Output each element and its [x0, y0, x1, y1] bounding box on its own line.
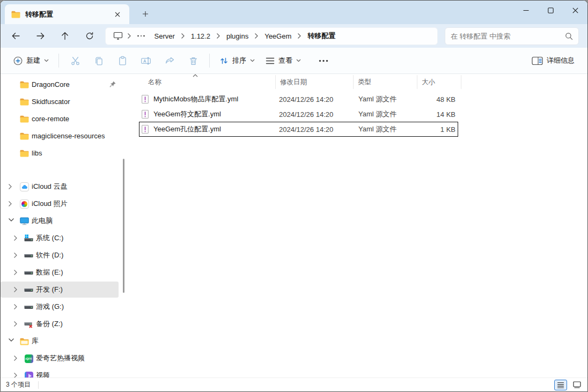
breadcrumb-current[interactable]: 转移配置: [303, 29, 340, 42]
tab-close-icon[interactable]: [111, 8, 124, 21]
sort-arrows-icon: [219, 56, 229, 65]
icloud-photos-icon: [20, 199, 29, 209]
back-button[interactable]: [6, 27, 25, 45]
sidebar-item-label: 此电脑: [32, 216, 53, 226]
new-button-label: 新建: [26, 56, 40, 65]
file-row[interactable]: MythicMobs物品库配置.yml 2024/12/26 14:20 Yam…: [139, 92, 458, 107]
sidebar-item-icloud-photos[interactable]: iCloud 照片: [1, 196, 129, 212]
delete-button[interactable]: [181, 51, 205, 70]
sidebar-item-dragoncore[interactable]: DragonCore: [1, 76, 129, 92]
chevron-down-icon[interactable]: [8, 218, 14, 224]
this-pc-crumb-icon[interactable]: [110, 32, 126, 40]
explorer-tab[interactable]: 转移配置: [5, 4, 129, 24]
sidebar-item-skidfuscator[interactable]: Skidfuscator: [1, 93, 129, 109]
status-divider: [38, 381, 39, 389]
search-input[interactable]: [451, 32, 565, 40]
status-bar: 3 个项目: [1, 378, 587, 391]
sidebar-item-libraries[interactable]: 库: [1, 333, 129, 349]
sidebar-item-label: 备份 (Z:): [36, 319, 63, 329]
sidebar-item-label: 数据 (E:): [36, 268, 63, 277]
maximize-button[interactable]: [538, 1, 563, 20]
chevron-right-icon[interactable]: [13, 269, 20, 276]
column-header-type[interactable]: 类型: [354, 75, 417, 89]
search-box[interactable]: [445, 27, 579, 45]
sidebar-item-label: Skidfuscator: [32, 98, 70, 106]
breadcrumb-yeegem[interactable]: YeeGem: [260, 31, 296, 42]
sidebar-item-label: 库: [32, 336, 39, 346]
sidebar-item-drive-f[interactable]: 开发 (F:): [1, 282, 119, 298]
sidebar-item-drive-e[interactable]: 数据 (E:): [1, 264, 129, 280]
refresh-button[interactable]: [80, 27, 99, 45]
yaml-file-icon: [142, 110, 149, 119]
minimize-button[interactable]: [513, 1, 538, 20]
view-button[interactable]: 查看: [260, 51, 306, 70]
address-bar[interactable]: Server 1.12.2 plugins YeeGem 转移配置: [105, 27, 438, 45]
chevron-right-icon: [215, 33, 222, 39]
iqiyi-icon: iQIYI: [24, 354, 33, 363]
new-tab-button[interactable]: [138, 7, 153, 21]
file-row-selected[interactable]: YeeGem孔位配置.yml 2024/12/26 14:20 Yaml 源文件…: [139, 122, 458, 137]
copy-button[interactable]: [87, 51, 111, 70]
pin-icon[interactable]: [109, 80, 116, 89]
chevron-right-icon[interactable]: [13, 286, 20, 293]
breadcrumb-overflow-icon[interactable]: [133, 35, 150, 37]
details-view-button[interactable]: [554, 380, 567, 390]
chevron-right-icon[interactable]: [13, 321, 20, 327]
forward-button[interactable]: [31, 27, 49, 45]
sidebar-item-drive-d[interactable]: 软件 (D:): [1, 247, 129, 263]
yaml-file-icon: [142, 125, 149, 134]
large-icons-view-button[interactable]: [570, 380, 583, 390]
this-pc-icon: [20, 217, 29, 226]
close-button[interactable]: [563, 1, 587, 20]
details-pane-button[interactable]: 详细信息: [526, 51, 580, 70]
chevron-right-icon: [180, 33, 186, 39]
chevron-right-icon[interactable]: [13, 252, 20, 258]
chevron-right-icon[interactable]: [13, 304, 20, 310]
column-header-name[interactable]: 名称: [129, 75, 276, 89]
cut-button[interactable]: [63, 51, 87, 70]
chevron-right-icon[interactable]: [13, 355, 20, 361]
sidebar-item-libs[interactable]: libs: [1, 145, 129, 161]
disconnected-drive-icon: [24, 320, 33, 329]
breadcrumb-server[interactable]: Server: [150, 31, 180, 42]
chevron-right-icon[interactable]: [8, 201, 14, 207]
sidebar-item-magiclicense-resources[interactable]: magiclicense-resources: [1, 128, 129, 144]
chevron-right-icon[interactable]: [13, 235, 20, 241]
up-button[interactable]: [56, 27, 74, 45]
yaml-file-icon: [142, 95, 149, 103]
sidebar-item-label: iCloud 云盘: [32, 182, 67, 191]
search-icon[interactable]: [565, 32, 573, 40]
sidebar-item-iqiyi-videos[interactable]: iQIYI 爱奇艺热播视频: [1, 350, 129, 366]
sort-button[interactable]: 排序: [214, 51, 260, 70]
chevron-right-icon: [296, 33, 303, 39]
sidebar-item-this-pc[interactable]: 此电脑: [1, 213, 129, 229]
sidebar-scrollbar[interactable]: [123, 159, 124, 293]
paste-button[interactable]: [111, 51, 134, 70]
new-button[interactable]: 新建: [8, 51, 54, 70]
sort-ascending-icon: [193, 74, 198, 79]
breadcrumb-version[interactable]: 1.12.2: [186, 31, 215, 42]
chevron-right-icon[interactable]: [8, 183, 14, 190]
file-size: 14 KB: [414, 110, 459, 119]
breadcrumb-plugins[interactable]: plugins: [222, 31, 253, 42]
chevron-down-icon[interactable]: [8, 338, 14, 344]
sidebar-item-icloud-drive[interactable]: iCloud 云盘: [1, 179, 129, 195]
folder-icon: [11, 11, 20, 18]
column-header-size[interactable]: 大小: [417, 75, 461, 89]
sidebar-item-core-remote[interactable]: core-remote: [1, 110, 129, 127]
sidebar-item-label: 系统 (C:): [36, 233, 63, 243]
file-explorer-window: 转移配置: [0, 0, 588, 392]
tab-bar: 转移配置: [1, 1, 587, 24]
window-controls: [513, 1, 587, 24]
more-options-button[interactable]: [312, 51, 335, 70]
column-header-date[interactable]: 修改日期: [276, 75, 354, 89]
sidebar-item-drive-z[interactable]: 备份 (Z:): [1, 316, 129, 332]
file-size: 1 KB: [414, 125, 459, 134]
navigation-sidebar: DragonCore Skidfuscator core-remote magi…: [1, 74, 129, 379]
share-button[interactable]: [158, 51, 181, 70]
rename-button[interactable]: [134, 51, 158, 70]
sidebar-item-drive-g[interactable]: 游戏 (G:): [1, 299, 129, 315]
sidebar-item-drive-c[interactable]: 系统 (C:): [1, 230, 129, 246]
sidebar-item-videos[interactable]: 视频: [1, 367, 129, 379]
file-row[interactable]: YeeGem符文配置.yml 2024/12/26 14:20 Yaml 源文件…: [139, 107, 458, 122]
